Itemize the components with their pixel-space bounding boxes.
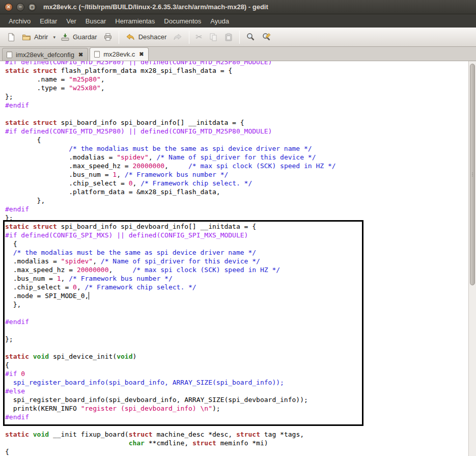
code-token: "register (spi_devboard_info) \n" [81, 405, 212, 412]
paste-icon [224, 33, 233, 42]
search-replace-icon [262, 32, 273, 42]
code-token: struct [192, 439, 216, 447]
redo-button[interactable] [170, 31, 186, 44]
close-button[interactable]: ✕ [5, 3, 13, 11]
search-icon [246, 32, 256, 42]
code-area[interactable]: #if defined(CONFIG_MTD_M25P80) || define… [0, 61, 468, 456]
code-token: void [33, 431, 49, 438]
code-line [5, 421, 468, 430]
menu-archivo[interactable]: Archivo [4, 15, 35, 27]
code-token: spi_board_info spi_board_info[] __initda… [57, 119, 244, 126]
open-folder-icon [22, 33, 31, 42]
copy-button[interactable] [206, 31, 221, 44]
save-button[interactable]: Guardar [58, 31, 100, 44]
code-token: { [5, 448, 9, 455]
code-line: #else [5, 387, 468, 395]
tab-close-icon[interactable]: ✖ [138, 51, 144, 58]
code-token: , [164, 162, 188, 170]
code-line: .platform_data = &mx28_spi_flash_data, [5, 187, 468, 196]
menu-herramientas[interactable]: Herramientas [110, 15, 159, 27]
maximize-button[interactable]: ▢ [28, 3, 36, 11]
vertical-scrollbar[interactable] [468, 61, 476, 456]
code-token: 0 [21, 370, 25, 378]
toolbar-separator [239, 31, 240, 44]
document-icon [94, 51, 100, 58]
code-line: .name = "m25p80", [5, 75, 468, 84]
find-button[interactable] [243, 30, 259, 44]
toolbar: Abrir ▾ Guardar Deshacer ✂ [0, 28, 476, 47]
code-token: , [61, 275, 69, 282]
code-token: "spidev" [117, 153, 149, 161]
tab-imx28evk-defconfig[interactable]: imx28evk_defconfig ✖ [2, 48, 88, 61]
cut-icon: ✂ [195, 33, 202, 41]
code-line [5, 309, 468, 317]
code-token: .bus_num = [5, 171, 113, 178]
save-icon [61, 33, 70, 42]
new-document-button[interactable] [4, 31, 19, 44]
code-token: static struct [5, 119, 57, 126]
code-token: spi_board_info spi_devboard_info[] __ini… [57, 223, 256, 230]
code-token: /* max spi clock (SCK) speed in HZ */ [188, 162, 336, 170]
minimize-button[interactable]: – [16, 3, 24, 11]
tab-close-icon[interactable]: ✖ [78, 51, 83, 58]
menubar: Archivo Editar Ver Buscar Herramientas D… [0, 14, 476, 28]
titlebar[interactable]: ✕ – ▢ mx28evk.c (~/ltib/rpm/BUILD/linux-… [0, 0, 476, 14]
code-token: .mode = SPI_MODE_0, [5, 292, 89, 300]
code-line: { [5, 447, 468, 456]
code-token: "spidev" [61, 257, 93, 265]
print-button[interactable] [100, 31, 116, 44]
code-line: spi_register_board_info(spi_devboard_inf… [5, 395, 468, 404]
code-token: }; [5, 93, 13, 100]
code-token: , [101, 75, 105, 83]
code-token: #else [5, 387, 25, 395]
paste-button[interactable] [221, 31, 236, 44]
code-token: printk(KERN_INFO [5, 405, 81, 412]
code-token: 20000000 [132, 162, 164, 170]
code-token: meminfo *mi) [216, 439, 268, 447]
code-line: #endif [5, 101, 468, 110]
menu-ayuda[interactable]: Ayuda [206, 15, 234, 27]
menu-editar[interactable]: Editar [35, 15, 62, 27]
text-caret [89, 292, 89, 300]
code-token: }; [5, 214, 13, 222]
replace-button[interactable] [259, 30, 276, 44]
cut-button[interactable]: ✂ [192, 31, 205, 43]
code-token: machine_desc *desc, [153, 431, 236, 438]
code-token: flash_platform_data mx28_spi_flash_data … [57, 67, 232, 74]
code-token: 20000000 [77, 266, 109, 274]
code-token: __init fixup_board( [49, 431, 129, 438]
code-token: tag *tags, [260, 431, 304, 438]
text-editor-area[interactable]: #if defined(CONFIG_MTD_M25P80) || define… [0, 61, 476, 456]
code-line: .modalias = "spidev", /* Name of spi_dri… [5, 257, 468, 265]
scrollbar-handle[interactable] [470, 64, 475, 285]
code-token: #endif [5, 101, 29, 109]
code-token: .bus_num = [5, 275, 57, 282]
code-token: /* the modalias must be the same as spi … [13, 249, 256, 256]
open-dropdown-arrow[interactable]: ▾ [51, 33, 58, 42]
window-title: mx28evk.c (~/ltib/rpm/BUILD/linux-2.6.35… [43, 3, 268, 11]
code-token: #endif [5, 205, 29, 213]
code-token: .max_speed_hz = [5, 162, 132, 170]
code-token [5, 145, 69, 152]
code-line: }; [5, 335, 468, 343]
open-button[interactable]: Abrir [19, 31, 51, 44]
new-document-icon [7, 33, 16, 42]
code-line: static struct spi_board_info spi_board_i… [5, 118, 468, 127]
code-token [29, 431, 33, 438]
menu-ver[interactable]: Ver [62, 15, 81, 27]
code-line: .max_speed_hz = 20000000, /* max spi clo… [5, 162, 468, 170]
code-line: .modalias = "spidev", /* Name of spi_dri… [5, 153, 468, 162]
code-line: #if defined(CONFIG_SPI_MXS) || defined(C… [5, 231, 468, 239]
code-line: }, [5, 300, 468, 309]
tab-mx28evk-c[interactable]: mx28evk.c ✖ [90, 47, 149, 61]
undo-icon [125, 33, 135, 42]
menu-buscar[interactable]: Buscar [81, 15, 110, 27]
code-token: static [5, 431, 29, 438]
code-line: }; [5, 213, 468, 222]
menu-documentos[interactable]: Documentos [159, 15, 206, 27]
toolbar-separator [189, 31, 189, 44]
toolbar-separator [119, 31, 119, 44]
undo-button[interactable]: Deshacer [122, 31, 170, 44]
code-token: #endif [5, 318, 29, 326]
code-token: }; [5, 335, 13, 343]
